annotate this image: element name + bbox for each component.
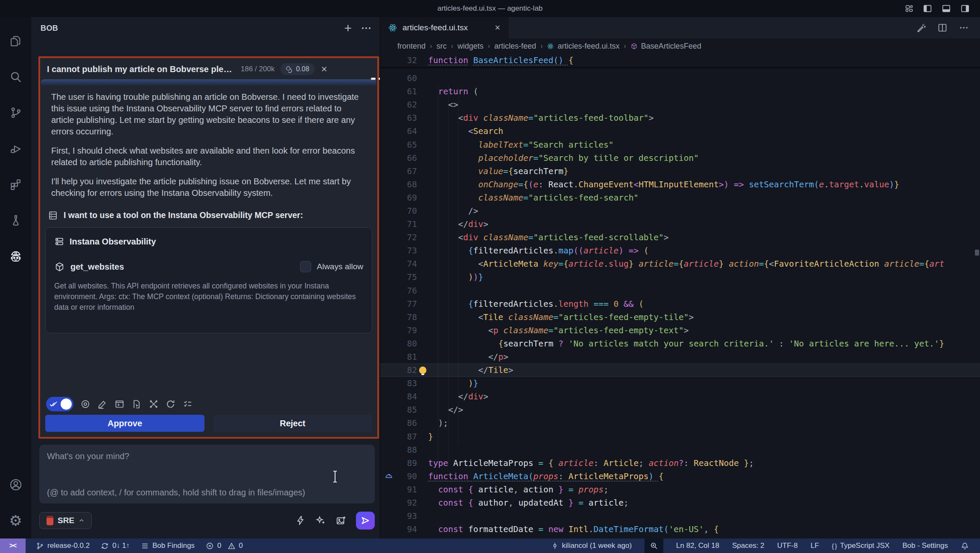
- code-line-64[interactable]: 64 <Search: [380, 125, 980, 138]
- code-line-74[interactable]: 74 <ArticleMeta key={article.slug} artic…: [380, 257, 980, 271]
- git-sync-item[interactable]: 0↓ 1↑: [101, 541, 130, 550]
- breadcrumb-frontend[interactable]: frontend: [397, 42, 426, 51]
- file-action-icon[interactable]: [131, 399, 142, 409]
- breadcrumb-articles-feed[interactable]: articles-feed: [494, 42, 536, 51]
- code-line-61[interactable]: 61 return (: [380, 85, 980, 98]
- always-allow-checkbox[interactable]: [300, 261, 311, 272]
- code-line-86[interactable]: 86 );: [380, 416, 980, 430]
- search-icon[interactable]: [0, 59, 31, 95]
- settings-gear-icon[interactable]: ⚙: [0, 503, 31, 538]
- toggle-bottom-panel-icon[interactable]: [942, 4, 951, 13]
- code-line-85[interactable]: 85 </>: [380, 403, 980, 416]
- send-button[interactable]: [356, 512, 375, 530]
- code-line-88[interactable]: 88: [380, 443, 980, 457]
- extensions-icon[interactable]: [0, 166, 31, 202]
- split-editor-icon[interactable]: [937, 23, 948, 33]
- auto-approve-toggle[interactable]: [46, 397, 73, 411]
- code-line-67[interactable]: 67 value={searchTerm}: [380, 165, 980, 178]
- mode-selector[interactable]: SRE: [39, 512, 92, 529]
- lightbulb-icon[interactable]: [419, 367, 426, 374]
- git-branch-item[interactable]: release-0.0.2: [36, 541, 90, 550]
- toggle-right-panel-icon[interactable]: [960, 4, 970, 13]
- remote-indicator[interactable]: ><: [0, 538, 26, 553]
- code-line-69[interactable]: 69 className="articles-feed-search": [380, 191, 980, 204]
- chat-input[interactable]: What's on your mind? (@ to add context, …: [39, 445, 375, 504]
- close-tab-icon[interactable]: ×: [495, 22, 500, 33]
- code-line-92[interactable]: 92 const { author, updatedAt } = article…: [380, 496, 980, 509]
- new-task-button[interactable]: +: [344, 22, 352, 35]
- code-line-77[interactable]: 77 {filteredArticles.length === 0 && (: [380, 297, 980, 311]
- refresh-icon[interactable]: [166, 399, 176, 409]
- code-line-66[interactable]: 66 placeholder="Search by title or descr…: [380, 151, 980, 165]
- focus-icon[interactable]: [80, 399, 90, 409]
- reject-button[interactable]: Reject: [213, 415, 372, 432]
- approve-button[interactable]: Approve: [45, 415, 204, 432]
- bob-robot-icon[interactable]: [0, 238, 31, 274]
- terminal-icon[interactable]: [114, 399, 125, 409]
- bob-findings-item[interactable]: Bob Findings: [141, 541, 195, 550]
- line-text: )}: [428, 378, 980, 388]
- cost-value: 0.08: [296, 65, 309, 73]
- panel-more-icon[interactable]: [362, 27, 370, 29]
- editor-more-icon[interactable]: [959, 23, 969, 33]
- code-line-68[interactable]: 68 onChange={(e: React.ChangeEvent<HTMLI…: [380, 178, 980, 191]
- eol-item[interactable]: LF: [811, 541, 819, 550]
- code-line-65[interactable]: 65 labelText="Search articles": [380, 138, 980, 151]
- code-line-70[interactable]: 70 />: [380, 204, 980, 218]
- sticky-scroll-line[interactable]: 32function BaseArticlesFeed() {: [380, 54, 980, 68]
- cursor-position-item[interactable]: Ln 82, Col 18: [676, 541, 719, 550]
- code-line-63[interactable]: 63 <div className="articles-feed-toolbar…: [380, 111, 980, 125]
- mcp-tools-icon[interactable]: [149, 399, 159, 409]
- enhance-prompt-icon[interactable]: [315, 515, 326, 526]
- code-line-78[interactable]: 78 <Tile className="articles-feed-empty-…: [380, 311, 980, 324]
- code-line-91[interactable]: 91 const { article, action } = props;: [380, 483, 980, 496]
- code-line-83[interactable]: 83 )}: [380, 377, 980, 390]
- encoding-item[interactable]: UTF-8: [777, 541, 798, 550]
- breadcrumb-src[interactable]: src: [436, 42, 446, 51]
- line-text: const { article, action } = props;: [428, 485, 980, 495]
- tab-articles-feed[interactable]: articles-feed.ui.tsx ×: [380, 17, 508, 38]
- last-commit-item[interactable]: kiliancol (1 week ago): [551, 541, 632, 550]
- task-title[interactable]: I cannot publish my article on Bobverse …: [47, 64, 235, 74]
- code-line-62[interactable]: 62 <>: [380, 98, 980, 111]
- code-line-71[interactable]: 71 </div>: [380, 218, 980, 231]
- sticky-line[interactable]: 32function BaseArticlesFeed() {: [380, 54, 574, 67]
- bob-settings-item[interactable]: Bob - Settings: [902, 541, 948, 550]
- code-line-90[interactable]: 90function ArticleMeta(props: ArticleMet…: [380, 470, 980, 483]
- ai-edit-icon[interactable]: [916, 23, 926, 33]
- explorer-icon[interactable]: [0, 23, 31, 59]
- code-line-72[interactable]: 72 <div className="articles-feed-scrolla…: [380, 231, 980, 244]
- breadcrumb-symbol[interactable]: BaseArticlesFeed: [630, 42, 701, 51]
- edit-icon[interactable]: [97, 399, 108, 409]
- run-debug-icon[interactable]: [0, 131, 31, 166]
- code-line-84[interactable]: 84 </div>: [380, 390, 980, 403]
- zoom-indicator[interactable]: [645, 538, 663, 553]
- code-line-87[interactable]: 87}: [380, 430, 980, 443]
- code-line-76[interactable]: 76: [380, 284, 980, 297]
- code-line-73[interactable]: 73 {filteredArticles.map((article) => (: [380, 244, 980, 257]
- source-control-icon[interactable]: [0, 95, 31, 131]
- code-line-60[interactable]: 60: [380, 72, 980, 85]
- account-icon[interactable]: [0, 467, 31, 503]
- code-line-94[interactable]: 94 const formattedDate = new Intl.DateTi…: [380, 523, 980, 536]
- toggle-left-panel-icon[interactable]: [923, 4, 932, 13]
- code-line-89[interactable]: 89type ArticleMetaProps = { article: Art…: [380, 457, 980, 470]
- code-line-80[interactable]: 80 {searchTerm ? 'No articles match your…: [380, 337, 980, 350]
- code-line-81[interactable]: 81 </p>: [380, 350, 980, 364]
- code-line-93[interactable]: 93: [380, 509, 980, 523]
- notifications-bell-icon[interactable]: [961, 542, 969, 550]
- code-line-79[interactable]: 79 <p className="articles-feed-empty-tex…: [380, 324, 980, 337]
- breadcrumb-file[interactable]: articles-feed.ui.tsx: [547, 42, 619, 51]
- customize-layout-icon[interactable]: [905, 4, 913, 13]
- language-mode-item[interactable]: { } TypeScript JSX: [832, 541, 890, 550]
- checklist-icon[interactable]: [183, 399, 193, 409]
- indentation-item[interactable]: Spaces: 2: [732, 541, 764, 550]
- code-line-82[interactable]: 82 </Tile>: [380, 364, 980, 377]
- code-line-75[interactable]: 75 ))}: [380, 271, 980, 284]
- test-flask-icon[interactable]: [0, 202, 31, 238]
- breadcrumb-widgets[interactable]: widgets: [458, 42, 484, 51]
- close-task-icon[interactable]: ×: [321, 64, 327, 74]
- quick-action-icon[interactable]: [295, 515, 306, 526]
- add-image-icon[interactable]: [335, 515, 347, 526]
- problems-item[interactable]: 0 0: [206, 541, 243, 550]
